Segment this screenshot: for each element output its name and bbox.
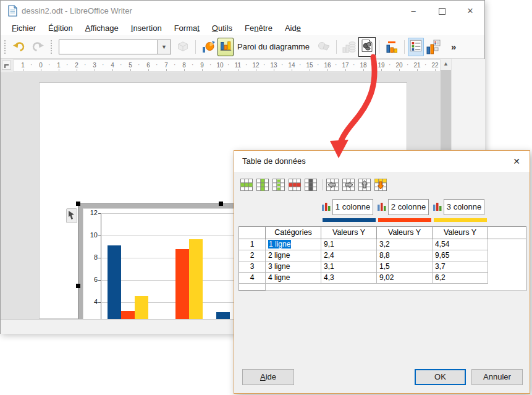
- chart-type-button[interactable]: [200, 38, 217, 56]
- category-cell[interactable]: 1 ligne: [266, 239, 321, 250]
- dialog-titlebar[interactable]: Table de données ✕: [234, 151, 530, 172]
- ruler-dot: ·: [174, 61, 175, 68]
- value-cell[interactable]: 3,2: [377, 239, 433, 250]
- bar-chart-button[interactable]: [217, 38, 234, 56]
- toolbar: ▼ Paroi du diagramme: [1, 35, 484, 59]
- chart-bar: [108, 245, 121, 319]
- legend-button[interactable]: [408, 38, 424, 56]
- menu-fichier[interactable]: Fichier: [6, 21, 42, 35]
- redo-button[interactable]: [29, 38, 46, 56]
- data-table-button[interactable]: [358, 37, 376, 57]
- value-cell[interactable]: 9,02: [377, 273, 433, 284]
- ruler-tick: [327, 69, 328, 71]
- ruler-dot: ·: [335, 61, 337, 68]
- category-cell[interactable]: 2 ligne: [266, 250, 321, 261]
- toolbar-overflow-chevron[interactable]: »: [451, 41, 456, 52]
- format-selection-button[interactable]: [315, 38, 332, 56]
- resize-handle-top-left[interactable]: [76, 202, 80, 206]
- ruler-number: 3: [88, 62, 101, 69]
- row-header[interactable]: 3: [239, 261, 266, 273]
- series-1-name-field[interactable]: 1 colonne: [332, 199, 373, 215]
- cancel-button[interactable]: Annuler: [471, 369, 523, 385]
- category-cell[interactable]: 4 ligne: [266, 273, 321, 284]
- insert-text-column-icon[interactable]: [272, 179, 285, 191]
- insert-row-icon[interactable]: [240, 179, 253, 191]
- value-cell[interactable]: 9,1: [321, 239, 377, 250]
- data-in-rows-button[interactable]: [340, 38, 358, 56]
- scroll-up-arrow-icon[interactable]: ▲: [441, 59, 451, 69]
- ruler-number: 9: [196, 62, 208, 69]
- resize-handle-top-middle[interactable]: [219, 202, 223, 206]
- auto-layout-button[interactable]: [424, 38, 442, 56]
- dialog-toolbar: [240, 178, 391, 192]
- menu-insertion[interactable]: Insertion: [125, 21, 168, 35]
- row-header[interactable]: 1: [239, 239, 266, 250]
- ruler-tick: [417, 69, 418, 71]
- delete-row-icon[interactable]: [289, 179, 301, 191]
- menu-fenetre[interactable]: Fenêtre: [239, 21, 279, 35]
- y-axis-tick: [98, 236, 101, 236]
- value-cell[interactable]: 2,4: [321, 250, 377, 261]
- maximize-button[interactable]: [428, 1, 456, 21]
- category-cell[interactable]: 3 ligne: [266, 261, 321, 273]
- ruler-tick: [166, 69, 167, 71]
- object-anchor-icon[interactable]: [66, 208, 77, 223]
- element-select-combobox[interactable]: ▼: [59, 40, 171, 54]
- menu-format[interactable]: Format: [168, 21, 206, 35]
- dialog-close-icon[interactable]: ✕: [509, 154, 525, 169]
- toolbar-grip[interactable]: [4, 40, 7, 54]
- move-series-right-icon[interactable]: [342, 179, 355, 191]
- ruler-number: 7: [160, 62, 172, 69]
- row-header[interactable]: 4: [239, 273, 266, 284]
- legend-icon: [409, 39, 423, 53]
- series-3-name-field[interactable]: 3 colonne: [444, 199, 484, 215]
- value-cell[interactable]: 9,65: [433, 250, 488, 261]
- ruler-number: 22: [429, 62, 441, 69]
- toolbar-separator: [336, 40, 337, 54]
- chevron-down-icon[interactable]: ▼: [157, 40, 171, 54]
- value-cell[interactable]: 4,3: [321, 273, 377, 284]
- menu-edition[interactable]: Édition: [42, 21, 79, 35]
- undo-button[interactable]: [11, 38, 28, 56]
- ruler-strip[interactable]: 1·0·1·2·3·4·5·6·7·8·9·10·11·12·13·14·15·…: [13, 59, 441, 72]
- series-chart-icon: [433, 202, 442, 211]
- menu-aide[interactable]: Aide: [279, 21, 307, 35]
- ruler-tick: [220, 69, 221, 71]
- insert-series-icon[interactable]: [256, 179, 269, 191]
- move-series-left-icon[interactable]: [326, 179, 339, 191]
- series-2-name-field[interactable]: 2 colonne: [388, 199, 429, 215]
- value-cell[interactable]: 6,2: [433, 273, 488, 284]
- value-cell[interactable]: 3,1: [321, 261, 377, 273]
- ruler-tick: [41, 69, 41, 71]
- ruler-dot: ·: [407, 61, 408, 68]
- 3d-view-button[interactable]: [174, 38, 192, 56]
- ruler-dot: ·: [102, 61, 104, 68]
- row-header[interactable]: 2: [239, 250, 266, 261]
- menu-affichage[interactable]: Affichage: [79, 21, 125, 35]
- resize-handle-middle-left[interactable]: [76, 284, 80, 288]
- value-cell[interactable]: 1,5: [377, 261, 433, 273]
- ok-button[interactable]: OK: [415, 369, 466, 385]
- titlebar[interactable]: dessin2.odt - LibreOffice Writer – ✕: [1, 1, 484, 21]
- scrollbar-thumb[interactable]: [441, 70, 451, 155]
- chart-bars-button[interactable]: [383, 38, 400, 56]
- move-row-up-icon[interactable]: [358, 179, 371, 191]
- minimize-button[interactable]: –: [399, 1, 428, 21]
- ruler-number: 1: [53, 62, 65, 69]
- value-cell[interactable]: 8,8: [377, 250, 433, 261]
- help-button[interactable]: Aide: [242, 369, 294, 385]
- toolbar-separator: [379, 40, 379, 54]
- menu-outils[interactable]: Outils: [206, 21, 239, 35]
- toolbar-grip[interactable]: [51, 40, 53, 54]
- ruler-number: 16: [321, 62, 334, 69]
- move-row-down-icon[interactable]: [374, 179, 387, 191]
- next-row-header[interactable]: [239, 284, 266, 291]
- tab-stop-selector[interactable]: [2, 61, 11, 70]
- column-header-categories: Catégories: [266, 227, 321, 239]
- value-cell[interactable]: 4,54: [433, 239, 488, 250]
- close-button[interactable]: ✕: [456, 1, 484, 21]
- 3d-view-icon: [316, 40, 331, 54]
- chart-bar: [121, 311, 135, 319]
- value-cell[interactable]: 3,7: [433, 261, 488, 273]
- delete-series-icon[interactable]: [305, 179, 317, 191]
